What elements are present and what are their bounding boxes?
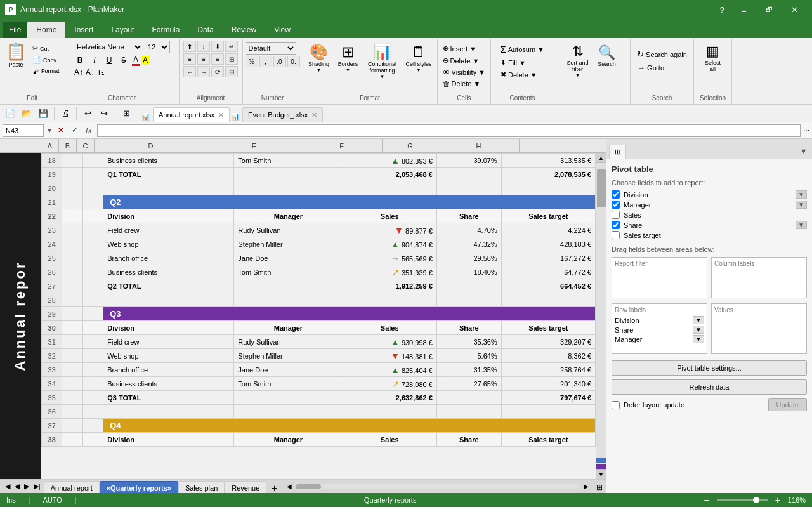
autosum-btn[interactable]: ΣAutosum ▼ [498,43,547,56]
undo-btn[interactable]: ↩ [80,107,95,121]
file-tab-annual-close[interactable]: ✕ [218,111,224,119]
cell-f30[interactable]: Sales [343,321,436,335]
minimize-btn[interactable]: 🗕 [731,1,756,18]
cell-d27[interactable]: Q2 TOTAL [103,279,234,293]
new-btn[interactable]: 📄 [3,107,18,121]
col-hdr-F[interactable]: F [301,139,383,152]
cell-e34[interactable]: Tom Smith [234,377,343,391]
cell-e24[interactable]: Stephen Miller [234,237,343,251]
indent-more-btn[interactable]: → [197,66,210,77]
cell-e35[interactable] [234,391,343,405]
cell-f23[interactable]: ▼ 89,877 € [343,223,436,237]
go-to-btn[interactable]: →Go to [634,62,690,74]
cell-f34[interactable]: ↗ 728,080 € [343,377,436,391]
delete3-btn[interactable]: ✖Delete ▼ [498,69,547,80]
align-bottom-btn[interactable]: ⬇ [211,41,224,52]
cell-e38[interactable]: Manager [234,433,343,447]
cell-e26[interactable]: Tom Smith [234,265,343,279]
cell-d32[interactable]: Web shop [103,349,234,363]
cell-d30[interactable]: Division [103,321,234,335]
cell-g22[interactable]: Share [436,209,501,223]
field-sales-check[interactable] [612,211,620,219]
cell-f31[interactable]: ▲ 930,998 € [343,335,436,349]
scroll-up-btn[interactable]: ▲ [596,153,606,163]
h-scroll-thumb[interactable] [296,484,321,489]
insert-cells-btn[interactable]: ⊕Insert ▼ [440,43,488,54]
select-all-btn[interactable]: ▦ Selectall [700,42,726,74]
wrap-text-btn[interactable]: ↵ [225,41,238,52]
strikethrough-btn[interactable]: S̶ [117,55,130,66]
col-hdr-B[interactable]: B [59,139,77,152]
scroll-down-btn[interactable]: ▼ [596,469,606,479]
delete2-btn[interactable]: 🗑Delete ▼ [440,79,488,89]
add-sheet-btn[interactable]: + [266,481,282,493]
zoom-slider-thumb[interactable] [753,497,759,503]
col-hdr-A[interactable]: A [41,139,59,152]
cell-g32[interactable]: 5.64% [436,349,501,363]
scroll-thumb[interactable] [597,169,606,207]
format-painter-btn[interactable]: 🖌Format [30,66,62,76]
formula-input[interactable] [97,124,801,137]
refresh-data-btn[interactable]: Refresh data [612,379,807,395]
field-division-check[interactable] [612,190,620,199]
cell-h26[interactable]: 64,772 € [501,265,595,279]
cell-e22[interactable]: Manager [234,209,343,223]
cell-d22[interactable]: Division [103,209,234,223]
align-center-btn[interactable]: ≡ [197,53,210,65]
cell-e25[interactable]: Jane Doe [234,251,343,265]
last-sheet-btn[interactable]: ▶| [32,482,43,491]
cell-f26[interactable]: ↗ 351,939 € [343,265,436,279]
cell-h25[interactable]: 167,272 € [501,251,595,265]
cell-d25[interactable]: Branch office [103,251,234,265]
thousands-btn[interactable]: , [259,56,272,67]
font-name-select[interactable]: Helvetica Neue [74,41,143,53]
update-btn[interactable]: Update [768,398,807,411]
col-hdr-H[interactable]: H [438,139,520,152]
col-hdr-D[interactable]: D [95,139,207,152]
expand-btn[interactable]: ⊞ [119,107,134,121]
cell-h32[interactable]: 8,362 € [501,349,595,363]
cell-q3-header[interactable]: Q3 [103,307,596,321]
sheet-tab-sales[interactable]: Sales plan [178,481,225,493]
cell-d35[interactable]: Q3 TOTAL [103,391,234,405]
cell-g27[interactable] [436,279,501,293]
cell-d18[interactable]: Business clients [103,154,234,168]
cell-e19[interactable] [234,168,343,181]
cell-e33[interactable]: Jane Doe [234,363,343,377]
cell-g23[interactable]: 4.70% [436,223,501,237]
cell-h24[interactable]: 428,183 € [501,237,595,251]
tab-layout[interactable]: Layout [102,22,143,38]
cell-e23[interactable]: Rudy Sullivan [234,223,343,237]
prev-sheet-btn[interactable]: ◀ [13,482,22,491]
font-size-select[interactable]: 12 [145,41,170,53]
cell-g19[interactable] [436,168,501,181]
paste-btn[interactable]: 📋 Paste [3,41,29,69]
confirm-formula-btn[interactable]: ✓ [69,125,81,136]
sheet-tab-annual[interactable]: Annual report [44,481,100,493]
tab-file[interactable]: File [3,22,27,38]
cell-q2-header[interactable]: Q2 [103,195,596,209]
borders-btn[interactable]: ⊞ Borders ▼ [335,42,362,74]
cell-q4-header[interactable]: Q4 [103,419,596,433]
cell-e18[interactable]: Tom Smith [234,154,343,168]
cell-ref-arrow[interactable]: ▼ [46,127,53,134]
cell-f35[interactable]: 2,632,862 € [343,391,436,405]
file-tab-annual[interactable]: Annual report.xlsx ✕ [153,107,230,122]
panel-tab-grid[interactable]: ⊞ [609,145,626,159]
cell-e31[interactable]: Rudy Sullivan [234,335,343,349]
cell-f24[interactable]: ▲ 904,874 € [343,237,436,251]
col-hdr-G[interactable]: G [383,139,438,152]
fill-btn[interactable]: ⬇Fill ▼ [498,57,547,68]
cell-f25[interactable]: → 565,569 € [343,251,436,265]
sort-filter-btn[interactable]: ⇅ Sort andfilter ▼ [565,42,591,79]
cell-f32[interactable]: ▼ 148,381 € [343,349,436,363]
merge-btn[interactable]: ⊞ [225,53,238,65]
print-btn[interactable]: 🖨 [58,107,73,121]
shading-btn[interactable]: 🎨 Shading ▼ [306,42,332,74]
increase-font-btn[interactable]: A↑ [74,67,84,77]
tab-review[interactable]: Review [223,22,265,38]
zoom-out-btn[interactable]: − [704,495,709,505]
cell-g26[interactable]: 18.40% [436,265,501,279]
percent-btn[interactable]: % [246,56,258,67]
align-left-btn[interactable]: ≡ [183,53,196,65]
